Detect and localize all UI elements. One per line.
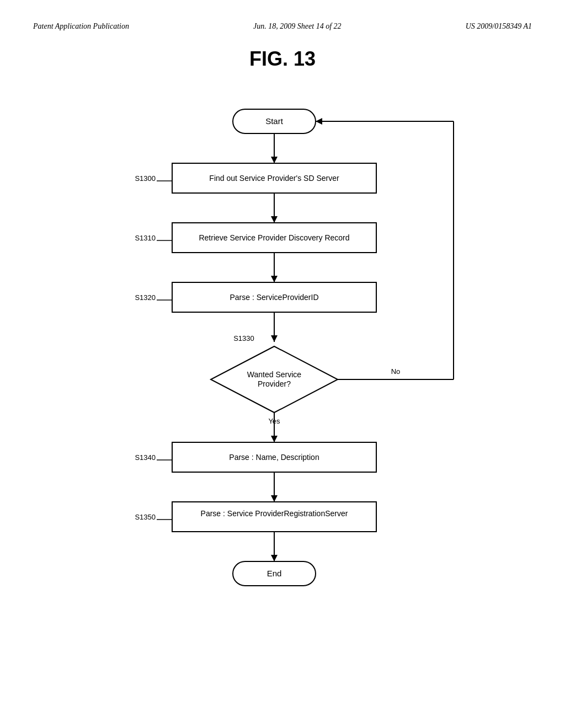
header-right: US 2009/0158349 A1 [466, 22, 532, 31]
svg-text:S1330: S1330 [233, 334, 254, 342]
svg-marker-28 [271, 436, 278, 442]
svg-text:S1320: S1320 [135, 293, 156, 302]
svg-text:Start: Start [265, 116, 284, 126]
header-center: Jun. 18, 2009 Sheet 14 of 22 [253, 22, 341, 31]
flowchart-container: Start Find out Service Provider's SD Ser… [89, 104, 476, 600]
figure-title: FIG. 13 [33, 47, 532, 71]
svg-text:Parse : Name, Description: Parse : Name, Description [229, 453, 319, 462]
svg-text:Wanted Service: Wanted Service [247, 370, 302, 379]
svg-text:S1350: S1350 [135, 513, 156, 521]
svg-text:No: No [391, 367, 401, 376]
svg-marker-32 [316, 118, 322, 125]
header: Patent Application Publication Jun. 18, … [33, 22, 532, 31]
svg-text:S1310: S1310 [135, 234, 156, 242]
svg-text:Provider?: Provider? [258, 379, 291, 388]
svg-text:Find out Service Provider's SD: Find out Service Provider's SD Server [209, 174, 339, 183]
flowchart-svg: Start Find out Service Provider's SD Ser… [89, 104, 476, 600]
svg-text:End: End [267, 569, 282, 578]
svg-text:Parse : ServiceProviderID: Parse : ServiceProviderID [230, 293, 318, 302]
header-left: Patent Application Publication [33, 22, 129, 31]
svg-text:S1300: S1300 [135, 174, 156, 183]
svg-text:Parse : Service ProviderRegist: Parse : Service ProviderRegistrationServ… [201, 509, 348, 518]
svg-text:Retrieve Service Provider Disc: Retrieve Service Provider Discovery Reco… [199, 233, 349, 242]
svg-text:S1340: S1340 [135, 453, 156, 462]
svg-marker-21 [271, 335, 278, 342]
svg-marker-3 [271, 157, 278, 163]
page: Patent Application Publication Jun. 18, … [0, 0, 565, 728]
svg-marker-15 [271, 276, 278, 282]
svg-marker-45 [271, 555, 278, 561]
svg-marker-9 [271, 216, 278, 223]
svg-marker-39 [271, 495, 278, 502]
